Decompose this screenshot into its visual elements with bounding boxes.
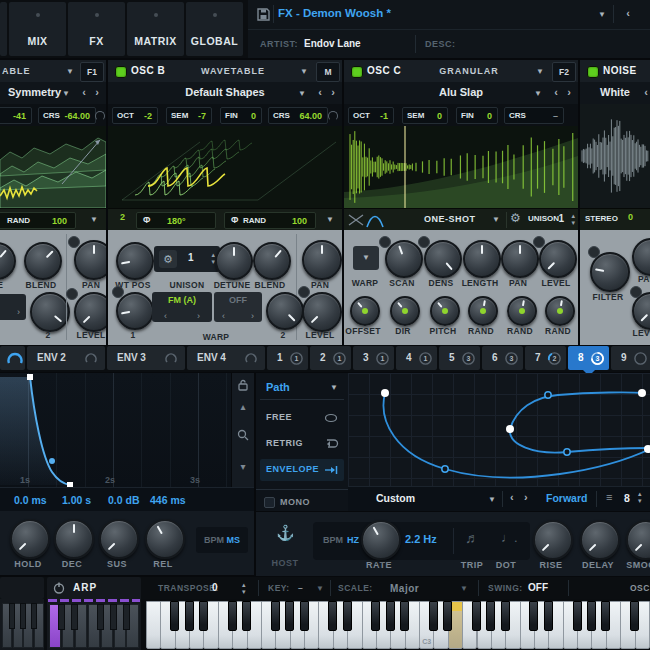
osc-c-type-dropdown-icon[interactable]: ▼	[536, 67, 544, 76]
osc-b-type-select[interactable]: WAVETABLE	[178, 66, 288, 76]
crossfade-icon[interactable]	[348, 212, 364, 228]
osc-b-warp1-knob[interactable]	[116, 292, 154, 330]
osc-a-pan-knob[interactable]	[74, 240, 106, 280]
lfo-shape-prev-icon[interactable]: ‹	[510, 491, 514, 503]
osc-c-granular-display[interactable]	[344, 126, 578, 208]
osc-b-sem-box[interactable]: SEM-7	[166, 107, 212, 124]
black-key[interactable]	[630, 601, 639, 631]
osc-c-type-select[interactable]: GRANULAR	[414, 66, 524, 76]
osc-c-oct-box[interactable]: OCT-1	[348, 107, 394, 124]
env-sustain-value[interactable]: 0.0 dB	[108, 494, 140, 506]
black-key[interactable]	[170, 601, 179, 631]
osc-b-phase-box[interactable]: Φ 180°	[136, 212, 216, 229]
osc-b-enable-led[interactable]	[115, 66, 127, 78]
osc-c-rand-knob-4[interactable]	[507, 296, 537, 326]
tab-matrix[interactable]: MATRIX	[127, 2, 184, 56]
black-key[interactable]	[544, 601, 553, 631]
noise-preset-prev-icon[interactable]: ‹	[644, 86, 648, 98]
preset-prev-icon[interactable]: ‹	[626, 7, 630, 19]
mod-ring-icon[interactable]	[95, 111, 105, 121]
noise-pan-knob[interactable]	[632, 238, 650, 276]
osc-a-preset-dropdown-icon[interactable]: ▼	[62, 89, 70, 98]
osc-b-oct-box[interactable]: OCT-2	[112, 107, 158, 124]
osc-c-pitch-knob-2[interactable]	[430, 296, 460, 326]
osc-a-fin-box[interactable]: -41	[0, 107, 32, 124]
osc-section-label[interactable]: OSC	[630, 583, 650, 593]
transpose-value[interactable]: 0	[212, 582, 218, 593]
tab-env-1-partial[interactable]	[0, 346, 25, 370]
env-attack-value[interactable]: 0.0 ms	[14, 494, 47, 506]
noise-enable-led[interactable]	[587, 66, 599, 78]
osc-c-preset-next-icon[interactable]: ›	[567, 86, 571, 98]
tab-lfo-8[interactable]: 83	[568, 346, 609, 370]
noise-stereo-value[interactable]: 0	[628, 212, 633, 222]
osc-b-fin-box[interactable]: FIN0	[220, 107, 262, 124]
anchor-icon[interactable]: ⚓	[276, 524, 295, 542]
lfo-steps-stepper[interactable]: ▴▾	[638, 490, 642, 504]
piano-keyboard[interactable]: C3	[146, 599, 650, 650]
env-release-value[interactable]: 446 ms	[150, 494, 186, 506]
scroll-up-icon[interactable]: ▴	[232, 401, 254, 412]
osc-b-wtpos-knob[interactable]	[116, 242, 154, 280]
scale-value[interactable]: Major	[390, 583, 419, 594]
preset-name[interactable]: FX - Demon Woosh *	[278, 7, 391, 19]
osc-b-unison-box[interactable]: ⚙ 1 ▴▾	[154, 246, 220, 272]
lfo-steps-value[interactable]: 8	[624, 492, 630, 504]
osc-a-wavetable-display[interactable]	[0, 126, 106, 208]
tab-lfo-3[interactable]: 31	[353, 346, 394, 370]
tab-global[interactable]: GLOBAL	[186, 2, 243, 56]
black-key[interactable]	[228, 601, 237, 631]
tab-lfo-1[interactable]: 11	[267, 346, 308, 370]
zoom-icon[interactable]	[237, 429, 249, 441]
tab-partial-left[interactable]	[0, 2, 7, 56]
lfo-mode-retrig[interactable]: RETRIG	[260, 433, 344, 455]
osc-c-preset-prev-icon[interactable]: ‹	[554, 86, 558, 98]
steps-menu-icon[interactable]: ≡	[606, 491, 612, 503]
lock-icon[interactable]	[237, 379, 249, 391]
osc-a-f1-button[interactable]: F1	[80, 62, 104, 82]
osc-b-blend-knob[interactable]	[253, 242, 291, 280]
osc-b-preset[interactable]: Default Shapes	[108, 86, 342, 98]
noise-filter-knob[interactable]	[590, 252, 630, 292]
osc-a-type-dropdown-icon[interactable]: ▼	[66, 67, 74, 76]
lfo-mode-title[interactable]: Path	[266, 381, 290, 393]
black-key[interactable]	[343, 601, 352, 631]
save-icon[interactable]	[257, 8, 270, 21]
black-key[interactable]	[529, 601, 538, 631]
osc-b-frame-value[interactable]: 2	[120, 212, 125, 222]
osc-b-pan-knob[interactable]	[302, 240, 342, 280]
osc-b-crs-box[interactable]: CRS64.00	[268, 107, 328, 124]
lfo-mode-dropdown-icon[interactable]: ▼	[330, 383, 338, 392]
osc-c-dens-knob[interactable]	[424, 240, 462, 278]
osc-c-f2-button[interactable]: F2	[552, 62, 576, 82]
osc-c-dir-knob-1[interactable]	[390, 296, 420, 326]
dotted-icon[interactable]: ♩.	[501, 530, 518, 545]
osc-c-length-knob[interactable]	[463, 240, 501, 278]
artist-value[interactable]: Endov Lane	[304, 38, 361, 49]
env-hold-knob[interactable]	[10, 519, 50, 559]
black-key[interactable]	[472, 601, 481, 631]
tab-lfo-4[interactable]: 41	[396, 346, 437, 370]
black-key[interactable]	[386, 601, 395, 631]
lfo-rise-knob[interactable]	[533, 520, 573, 560]
black-key[interactable]	[371, 601, 380, 631]
mono-checkbox[interactable]	[264, 497, 275, 508]
black-key[interactable]	[486, 601, 495, 631]
tab-fx[interactable]: FX	[68, 2, 125, 56]
osc-b-warp-b-mode[interactable]: OFF ‹›	[214, 292, 262, 322]
gear-icon[interactable]: ⚙	[510, 211, 521, 225]
lfo-bpm-toggle[interactable]: BPM	[323, 535, 343, 545]
tab-lfo-2[interactable]: 21	[310, 346, 351, 370]
osc-b-level-knob[interactable]	[302, 292, 342, 332]
noise-preset[interactable]: White	[580, 86, 650, 98]
lfo-rate-value[interactable]: 2.2 Hz	[405, 533, 437, 545]
black-key[interactable]	[271, 601, 280, 631]
env-sus-knob[interactable]	[99, 519, 139, 559]
lfo-shape-next-icon[interactable]: ›	[524, 491, 528, 503]
osc-c-level-knob[interactable]	[539, 240, 577, 278]
osc-b-preset-prev-icon[interactable]: ‹	[318, 86, 322, 98]
tab-mix[interactable]: MIX	[9, 2, 66, 56]
osc-a-preset[interactable]: Symmetry	[8, 86, 106, 98]
osc-b-m-button[interactable]: M	[316, 62, 340, 82]
tab-env-3[interactable]: ENV 3	[107, 346, 185, 370]
